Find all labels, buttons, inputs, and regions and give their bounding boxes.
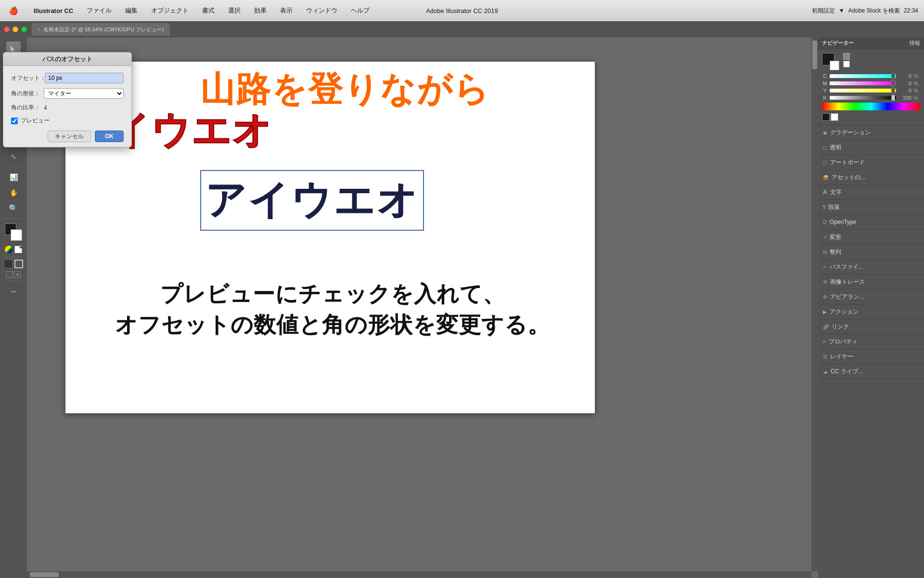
tool-graph[interactable]: 📊 bbox=[6, 170, 21, 184]
stock-search[interactable]: Adobe Stock を検索 bbox=[848, 7, 900, 15]
menu-app[interactable]: Illustrator CC bbox=[31, 6, 76, 15]
preview-checkbox[interactable] bbox=[11, 118, 18, 124]
color-swatches[interactable] bbox=[5, 223, 22, 241]
menu-window[interactable]: ウィンドウ bbox=[303, 5, 340, 16]
fill-mode[interactable] bbox=[4, 260, 13, 268]
pathfinder-label: パスファイ... bbox=[830, 263, 863, 271]
gradient-icon: ◉ bbox=[823, 130, 827, 135]
tool-sep-1 bbox=[5, 167, 22, 167]
swatch-white[interactable] bbox=[831, 113, 838, 121]
menu-edit[interactable]: 編集 bbox=[122, 5, 141, 16]
menu-help[interactable]: ヘルプ bbox=[348, 5, 372, 16]
color-spectrum[interactable] bbox=[822, 103, 920, 110]
vscroll-thumb[interactable] bbox=[812, 40, 817, 69]
gradient-mode[interactable] bbox=[6, 271, 13, 278]
appearance-label: アピアラン... bbox=[830, 293, 864, 301]
tool-hand[interactable]: ✋ bbox=[6, 185, 21, 200]
panel-transform-header[interactable]: ↗ 変形 bbox=[818, 230, 924, 244]
panel-appearance-header[interactable]: ⚙ アピアラン... bbox=[818, 289, 924, 304]
tool-scale[interactable]: ⤡ bbox=[6, 149, 21, 164]
panel-assets-header[interactable]: 📦 アセットの... bbox=[818, 170, 924, 184]
offset-input[interactable] bbox=[45, 73, 124, 83]
tool-sep-2 bbox=[5, 218, 22, 219]
cancel-button[interactable]: キャンセル bbox=[48, 131, 91, 142]
panel-layers-header[interactable]: ☰ レイヤー bbox=[818, 349, 924, 364]
panel-align-header[interactable]: ⊟ 整列 bbox=[818, 245, 924, 259]
k-slider[interactable] bbox=[830, 96, 896, 100]
apple-menu[interactable]: 🍎 bbox=[6, 5, 21, 16]
menu-view[interactable]: 表示 bbox=[277, 5, 295, 16]
ok-button[interactable]: OK bbox=[95, 131, 124, 142]
dialog-buttons: キャンセル OK bbox=[11, 131, 124, 142]
stroke-color[interactable] bbox=[11, 229, 22, 241]
dialog-titlebar: パスのオフセット bbox=[3, 53, 131, 66]
panel-gradient-header[interactable]: ◉ グラデーション bbox=[818, 125, 924, 140]
swap-colors[interactable]: ⇄ bbox=[14, 246, 22, 253]
panel-cc-libraries-header[interactable]: ☁ CC ライブ... bbox=[818, 364, 924, 379]
panel-paragraph-header[interactable]: ¶ 段落 bbox=[818, 200, 924, 214]
hscroll-thumb[interactable] bbox=[30, 572, 59, 577]
m-pct: % bbox=[913, 80, 920, 86]
corner-select[interactable]: マイター ラウンド ベベル bbox=[44, 88, 124, 99]
stroke-mode[interactable] bbox=[14, 260, 23, 268]
panel-properties-header[interactable]: ≡ プロパティ bbox=[818, 334, 924, 349]
offset-row: オフセット： bbox=[11, 73, 124, 83]
panel-imagetrace-header[interactable]: ⚙ 画像トレース bbox=[818, 275, 924, 289]
window-minimize[interactable] bbox=[13, 26, 18, 32]
m-label: M bbox=[822, 80, 828, 86]
swatch-black[interactable] bbox=[822, 113, 830, 121]
navigator-label[interactable]: ナビゲーター bbox=[822, 39, 854, 47]
corner-label: 角の形状： bbox=[11, 90, 40, 98]
vertical-scrollbar[interactable] bbox=[811, 38, 818, 571]
panel-transform: ↗ 変形 bbox=[818, 230, 924, 245]
panel-transparency-header[interactable]: ◻ 透明 bbox=[818, 140, 924, 155]
none-color[interactable] bbox=[5, 246, 13, 253]
none-mode[interactable]: ✕ bbox=[14, 271, 21, 278]
panel-pathfinder-header[interactable]: ✂ パスファイ... bbox=[818, 260, 924, 274]
panel-artboard-header[interactable]: ▢ アートボード bbox=[818, 155, 924, 170]
panel-layers: ☰ レイヤー bbox=[818, 349, 924, 364]
menu-select[interactable]: 選択 bbox=[225, 5, 244, 16]
imagetrace-label: 画像トレース bbox=[830, 278, 865, 286]
menu-object[interactable]: オブジェクト bbox=[148, 5, 192, 16]
time-display: 22:34 bbox=[904, 7, 918, 14]
menu-effect[interactable]: 効果 bbox=[251, 5, 270, 16]
color-none-box[interactable] bbox=[843, 53, 850, 60]
preview-label: プレビュー bbox=[21, 117, 50, 125]
tab-title: 名称未設定-2* @ 58.64% (CMYK/GPU プレビュー) bbox=[43, 26, 164, 33]
tool-sep-3 bbox=[5, 256, 22, 257]
right-panel: カラー カラーガイド >> ≡ C bbox=[818, 38, 924, 578]
k-label: K bbox=[822, 95, 828, 101]
menu-type[interactable]: 書式 bbox=[199, 5, 218, 16]
tab-close[interactable]: × bbox=[38, 27, 40, 32]
channel-c: C 0 % bbox=[822, 73, 920, 79]
imagetrace-icon: ⚙ bbox=[823, 279, 827, 285]
panel-character-header[interactable]: A 文字 bbox=[818, 185, 924, 199]
zoom-dropdown[interactable]: 初期設定 bbox=[812, 7, 835, 15]
y-slider[interactable] bbox=[830, 89, 896, 92]
window-close[interactable] bbox=[4, 26, 10, 32]
panel-actions-header[interactable]: ▶ アクション bbox=[818, 304, 924, 319]
panel-links-header[interactable]: 🔗 リンク bbox=[818, 319, 924, 334]
info-label[interactable]: 情報 bbox=[910, 39, 920, 47]
c-label: C bbox=[822, 73, 828, 79]
properties-icon: ≡ bbox=[823, 339, 826, 344]
window-maximize[interactable] bbox=[21, 26, 27, 32]
m-slider[interactable] bbox=[830, 81, 896, 85]
layers-label: レイヤー bbox=[830, 353, 853, 361]
panel-transparency: ◻ 透明 bbox=[818, 140, 924, 155]
tool-more[interactable]: ••• bbox=[6, 284, 21, 299]
y-pct: % bbox=[913, 88, 920, 93]
color-stroke-swatch[interactable] bbox=[830, 61, 839, 70]
m-value: 0 bbox=[898, 80, 911, 86]
menu-file[interactable]: ファイル bbox=[84, 5, 115, 16]
properties-label: プロパティ bbox=[829, 338, 858, 346]
tool-zoom[interactable]: 🔍 bbox=[6, 201, 21, 215]
horizontal-scrollbar[interactable] bbox=[27, 571, 811, 578]
panel-opentype-header[interactable]: O OpenType bbox=[818, 215, 924, 229]
assets-icon: 📦 bbox=[823, 175, 829, 180]
color-white-box[interactable] bbox=[843, 61, 850, 67]
transform-icon: ↗ bbox=[823, 235, 827, 240]
c-slider[interactable] bbox=[830, 74, 896, 78]
document-tab[interactable]: × 名称未設定-2* @ 58.64% (CMYK/GPU プレビュー) bbox=[32, 23, 170, 36]
